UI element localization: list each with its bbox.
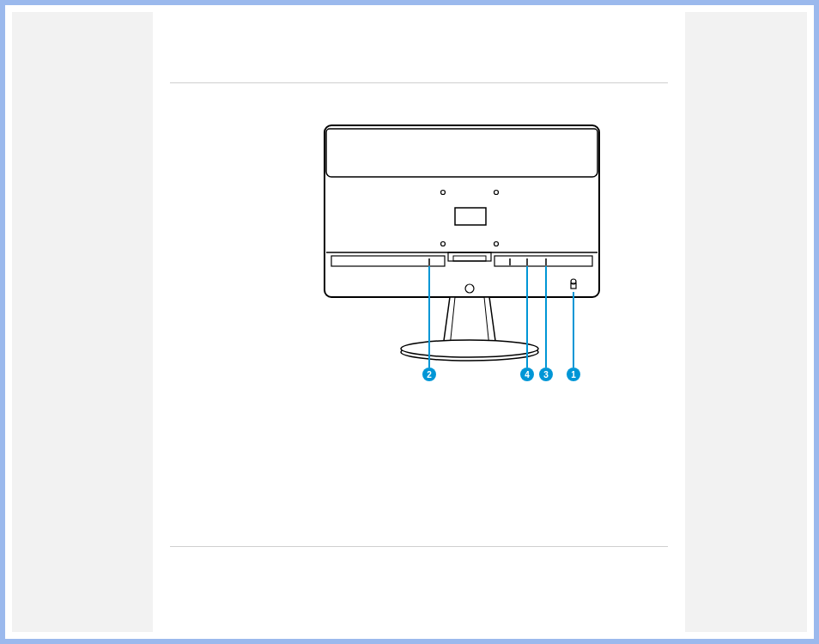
monitor-rear-diagram: 2 4 3 1 (230, 108, 608, 400)
callout-badge-3: 3 (539, 368, 553, 381)
page-content: 2 4 3 1 (153, 5, 685, 639)
viewer-frame: 2 4 3 1 (0, 0, 819, 644)
callout-label: 1 (571, 370, 576, 380)
callout-label: 4 (525, 370, 530, 380)
callout-label: 3 (543, 370, 549, 380)
svg-point-19 (401, 340, 538, 357)
document-page: 2 4 3 1 (153, 5, 685, 639)
horizontal-rule-bottom (170, 546, 668, 547)
callout-badge-4: 4 (520, 368, 534, 381)
callout-badge-2: 2 (422, 368, 436, 381)
horizontal-rule-top (170, 82, 668, 83)
figure-monitor-rear: 2 4 3 1 (153, 108, 685, 400)
callout-label: 2 (427, 370, 432, 380)
callout-badge-1: 1 (567, 368, 580, 381)
svg-rect-0 (325, 125, 599, 297)
monitor-body (325, 125, 599, 297)
